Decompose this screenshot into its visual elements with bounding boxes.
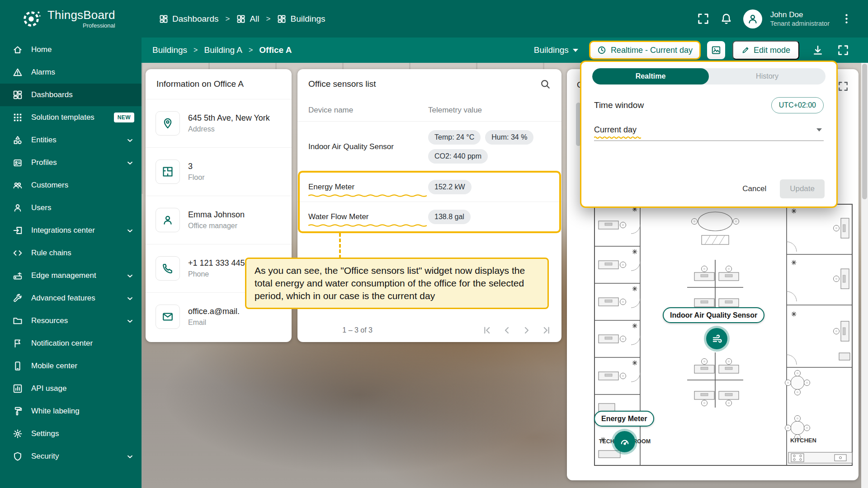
dashboards-icon	[236, 14, 245, 23]
air-icon	[712, 333, 722, 344]
tab-history[interactable]: History	[709, 68, 826, 84]
search-icon[interactable]	[540, 79, 551, 89]
breadcrumb-all[interactable]: All	[236, 14, 259, 24]
sidebar-item-rule-chains[interactable]: Rule chains	[0, 242, 142, 264]
sidebar-item-users[interactable]: Users	[0, 197, 142, 219]
scrollbar-thumb[interactable]	[862, 64, 867, 199]
timezone-badge[interactable]: UTC+02:00	[771, 97, 824, 113]
toolbar-actions: Buildings Realtime - Current day Edit mo…	[534, 41, 849, 60]
dashboards-icon	[13, 90, 23, 100]
chevron-down-icon	[126, 294, 134, 303]
sidebar-item-label: Profiles	[31, 158, 57, 167]
folder-icon	[13, 316, 23, 326]
sidebar-item-entities[interactable]: Entities	[0, 129, 142, 151]
widget-title: Office sensors list	[308, 79, 376, 89]
chevron-down-icon	[126, 317, 134, 325]
brand-name: ThingsBoard	[47, 9, 115, 21]
sidebar-item-white-labeling[interactable]: White labeling	[0, 400, 142, 422]
tab-realtime[interactable]: Realtime	[592, 68, 709, 84]
edit-mode-label: Edit mode	[754, 46, 790, 55]
device-name: Water Flow Meter	[308, 212, 428, 221]
marker-label-energy-meter[interactable]: Energy Meter	[594, 411, 654, 427]
marker-label-indoor-air-quality-sensor[interactable]: Indoor Air Quality Sensor	[663, 307, 764, 323]
breadcrumb-label: Buildings	[290, 14, 325, 24]
dashboard-breadcrumb: Buildings > Building A > Office A	[152, 45, 292, 55]
sidebar-item-solution-templates[interactable]: Solution templatesNEW	[0, 106, 142, 129]
sidebar-item-advanced-features[interactable]: Advanced features	[0, 287, 142, 310]
dashboard-state-select[interactable]: Buildings	[534, 45, 578, 55]
fullscreen-icon[interactable]	[697, 13, 709, 25]
timewindow-button[interactable]: Realtime - Current day	[589, 41, 701, 60]
previous-page-icon[interactable]	[502, 325, 512, 335]
user-role: Tenant administrator	[770, 19, 830, 28]
sidebar-item-alarms[interactable]: Alarms	[0, 61, 142, 84]
cancel-button[interactable]: Cancel	[742, 184, 766, 193]
sidebar-item-dashboards[interactable]: Dashboards	[0, 84, 142, 106]
widget-fullscreen-icon[interactable]	[838, 81, 849, 92]
top-breadcrumb: Dashboards > All > Buildings	[159, 14, 326, 24]
interval-select[interactable]: Current day	[594, 125, 824, 141]
next-page-icon[interactable]	[522, 325, 532, 335]
sidebar-item-mobile-center[interactable]: Mobile center	[0, 355, 142, 377]
input-icon	[13, 225, 23, 235]
sidebar-item-notification-center[interactable]: Notification center	[0, 332, 142, 355]
sidebar-item-label: Home	[31, 45, 52, 54]
download-icon[interactable]	[812, 44, 824, 56]
person-icon	[747, 13, 759, 25]
sidebar-item-profiles[interactable]: Profiles	[0, 151, 142, 174]
image-gallery-button[interactable]	[707, 41, 725, 59]
breadcrumb-buildings[interactable]: Buildings	[277, 14, 325, 24]
chevron-down-icon	[126, 159, 134, 167]
telemetry-chips: 138.8 gal	[428, 210, 551, 224]
kebab-menu-icon[interactable]	[840, 13, 853, 25]
gear-icon	[13, 429, 23, 439]
table-row[interactable]: Indoor Air Quality Sensor Temp: 24 °C Hu…	[297, 122, 561, 172]
breadcrumb-buildings[interactable]: Buildings	[152, 45, 187, 55]
air-quality-sensor-marker[interactable]	[706, 328, 727, 349]
sidebar-item-label: Settings	[31, 429, 59, 438]
apps-grid-icon	[13, 113, 23, 122]
breadcrumb-dashboards[interactable]: Dashboards	[159, 14, 218, 24]
router-icon	[13, 271, 23, 281]
edit-mode-button[interactable]: Edit mode	[732, 41, 799, 60]
sidebar-item-api-usage[interactable]: API usage	[0, 377, 142, 400]
caret-down-icon	[816, 128, 822, 131]
topbar-actions: John Doe Tenant administrator	[697, 9, 868, 28]
fullscreen-icon[interactable]	[837, 44, 849, 56]
sidebar-item-home[interactable]: Home	[0, 38, 142, 61]
first-page-icon[interactable]	[482, 325, 492, 335]
sidebar-item-resources[interactable]: Resources	[0, 310, 142, 332]
sidebar-item-label: Security	[31, 452, 59, 461]
table-row[interactable]: Energy Meter 152.2 kW	[297, 172, 561, 202]
notifications-bell-icon[interactable]	[720, 13, 732, 25]
sidebar-item-edge-management[interactable]: Edge management	[0, 264, 142, 287]
info-value: Emma Johnson	[188, 210, 245, 220]
location-pin-icon	[156, 111, 180, 136]
breadcrumb-building-a[interactable]: Building A	[204, 45, 242, 55]
sidebar-item-security[interactable]: Security	[0, 445, 142, 468]
sidebar-item-label: Resources	[31, 316, 68, 325]
breadcrumb-separator: >	[193, 46, 198, 54]
sidebar-item-integrations-center[interactable]: Integrations center	[0, 219, 142, 242]
last-page-icon[interactable]	[542, 325, 552, 335]
sidebar-item-settings[interactable]: Settings	[0, 422, 142, 445]
info-label: Address	[188, 125, 270, 133]
user-avatar[interactable]	[743, 9, 762, 28]
info-value: 3	[188, 162, 204, 171]
timewindow-popup: Realtime History Time window UTC+02:00 C…	[580, 61, 838, 208]
annotation-wave-underline	[308, 224, 427, 227]
user-info[interactable]: John Doe Tenant administrator	[770, 10, 830, 28]
column-device-name: Device name	[308, 106, 428, 115]
update-button[interactable]: Update	[780, 179, 825, 198]
timewindow-tabs: Realtime History	[592, 68, 826, 84]
telemetry-chip: 138.8 gal	[428, 210, 471, 224]
dashboards-icon	[277, 14, 286, 23]
energy-meter-marker[interactable]	[614, 431, 635, 452]
page-scrollbar[interactable]	[861, 63, 868, 488]
brand-logo[interactable]: ThingsBoard Professional	[0, 9, 159, 29]
table-row[interactable]: Water Flow Meter 138.8 gal	[297, 202, 561, 232]
sidebar-item-customers[interactable]: Customers	[0, 174, 142, 197]
people-icon	[13, 180, 23, 190]
user-name: John Doe	[770, 10, 830, 19]
floor-plan-icon	[156, 160, 180, 184]
